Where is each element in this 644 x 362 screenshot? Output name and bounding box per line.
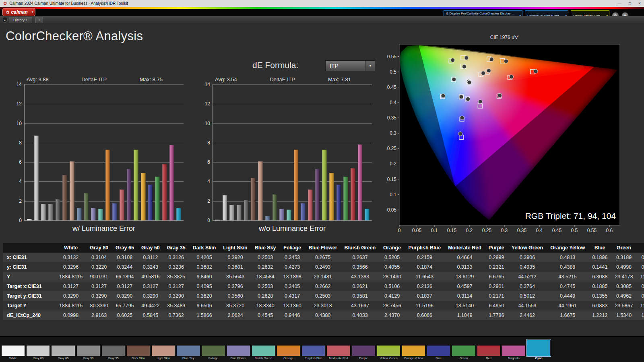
table-cell: 0.3405 (280, 282, 305, 291)
chart-plot-area: 02468101214 (24, 84, 184, 221)
cie-y-tick-label: 0.35 (387, 115, 397, 121)
patch-swatch-Orange[interactable]: Orange (277, 345, 300, 360)
cie-x-tick-label: 0.5 (571, 228, 578, 233)
patch-swatch-Orange Yellow[interactable]: Orange Yellow (402, 345, 425, 360)
table-cell: 0.3189 (637, 291, 644, 301)
de-formula-dropdown[interactable]: ITP ▼ (325, 60, 375, 71)
column-header-Yellow Green: Yellow Green (508, 243, 547, 253)
table-cell: 90.0731 (86, 272, 112, 282)
table-cell: 23.1481 (305, 272, 341, 282)
bar-Bluish Green (98, 209, 103, 220)
y-tick-label: 4 (19, 179, 22, 184)
y-tick-label: 10 (17, 121, 22, 126)
patch-swatch-Green[interactable]: Green (452, 345, 475, 360)
column-header-Gray 65: Gray 65 (112, 243, 138, 253)
patch-swatch-Bluish Green[interactable]: Bluish Green (252, 345, 275, 360)
cie-y-tick-label: 0.25 (387, 146, 397, 151)
cie-point-Dark Skin (487, 69, 491, 73)
patch-swatch-Cyan[interactable]: Cyan (527, 339, 551, 360)
row-label: dE_ICtCp_240 (3, 311, 56, 320)
table-cell: 2.4370 (379, 311, 405, 320)
close-button[interactable]: × (638, 1, 641, 6)
bar-Dark Skin (62, 175, 67, 220)
patch-color (452, 345, 475, 356)
table-cell: 0.4545 (251, 311, 280, 320)
nav-arrow-button[interactable]: ▶ (2, 17, 8, 23)
patch-swatch-Blue[interactable]: Blue (427, 345, 450, 360)
patch-swatch-Blue Flower[interactable]: Blue Flower (227, 345, 250, 360)
bar-Orange Yellow (141, 173, 146, 220)
table-row-Target Y: Target Y1884.811580.339065.779549.442235… (3, 301, 644, 311)
cie-x-tick-label: 0.4 (536, 228, 543, 233)
tab-history-1[interactable]: History 1 (9, 17, 32, 23)
play-icon: ▶ (4, 19, 6, 21)
patch-swatch-Purplish Blue[interactable]: Purplish Blue (301, 345, 325, 360)
bar-Red (162, 164, 167, 220)
patch-color (151, 345, 175, 356)
bar-White (215, 220, 220, 220)
table-cell: 0.3453 (280, 253, 305, 262)
window-controls: — □ × (617, 1, 641, 6)
bar-Green (343, 177, 348, 220)
table-cell: 1.5866 (189, 311, 220, 320)
table-cell: 0.3243 (138, 262, 163, 272)
table-cell: 0.4095 (189, 282, 220, 291)
patch-swatch-Light Skin[interactable]: Light Skin (151, 345, 175, 360)
patch-color (301, 345, 325, 356)
chart-avg-label: Avg: 3.54 (215, 76, 237, 82)
patch-swatch-Moderate Red[interactable]: Moderate Red (326, 345, 350, 360)
patch-label: Magenta (502, 356, 526, 360)
calman-logo-menu[interactable]: ✿ calman ▾ (2, 8, 35, 16)
patch-swatch-Purple[interactable]: Purple (352, 345, 376, 360)
bars (25, 84, 184, 220)
table-cell: 0.3132 (56, 253, 86, 262)
patch-swatch-Blue Sky[interactable]: Blue Sky (176, 345, 200, 360)
table-cell: 35.3720 (219, 301, 251, 311)
table-cell: 0.3112 (138, 253, 163, 262)
table-row-y: CIE31: y: CIE310.32960.32200.32440.32430.32360.… (3, 262, 644, 272)
table-cell: 35.5643 (219, 272, 251, 282)
chart-avg-label: Avg: 3.88 (27, 76, 49, 82)
de-formula-value: ITP (330, 63, 339, 69)
table-cell: 0.3764 (508, 282, 547, 291)
minimize-button[interactable]: — (617, 1, 621, 6)
patch-swatch-Foliage[interactable]: Foliage (202, 345, 225, 360)
patch-label: Light Skin (151, 356, 175, 360)
bar-Gray 65 (41, 204, 46, 220)
chart-plot-area: 02468101214 (213, 84, 372, 221)
patch-color (352, 345, 376, 356)
patch-swatch-White[interactable]: White (1, 345, 25, 360)
table-cell: 0.4664 (444, 253, 485, 262)
table-cell: 49.4422 (138, 301, 163, 311)
table-corner (3, 243, 56, 253)
column-header-Light Skin: Light Skin (219, 243, 251, 253)
patch-label: Foliage (202, 356, 225, 360)
table-cell: 0.1874 (405, 262, 445, 272)
patch-swatch-Dark Skin[interactable]: Dark Skin (126, 345, 150, 360)
add-tab-button[interactable]: + (35, 17, 43, 23)
patch-swatch-Yellow Green[interactable]: Yellow Green (377, 345, 400, 360)
patch-swatch-Gray 80[interactable]: Gray 80 (26, 345, 50, 360)
maximize-button[interactable]: □ (629, 1, 631, 6)
patch-swatch-Magenta[interactable]: Magenta (502, 345, 526, 360)
patch-label: Red (477, 356, 501, 360)
table-cell: 0.4935 (508, 262, 547, 272)
patch-color (277, 345, 300, 356)
table-cell: 0.2493 (305, 262, 341, 272)
table-cell: 0.2901 (485, 282, 508, 291)
table-cell: 66.1894 (112, 272, 138, 282)
table-cell: 0.4129 (379, 291, 405, 301)
patch-swatch-Gray 35[interactable]: Gray 35 (101, 345, 125, 360)
patch-swatch-Red[interactable]: Red (477, 345, 501, 360)
patch-swatch-Gray 50[interactable]: Gray 50 (76, 345, 100, 360)
patch-label: Moderate Red (326, 356, 350, 360)
table-cell: 0.1355 (588, 291, 611, 301)
cie-y-tick-label: 0.45 (387, 84, 397, 90)
table-cell: 0.3560 (219, 291, 251, 301)
table-row-x: CIE31: x: CIE310.31320.31040.31080.31120.31260.… (3, 253, 644, 262)
bar-Gray 50 (48, 204, 53, 220)
patch-swatch-Gray 65[interactable]: Gray 65 (51, 345, 75, 360)
cie-x-tick-label: 0.15 (447, 228, 457, 233)
table-cell: 18.8340 (251, 301, 280, 311)
cie-y-tick-label: 0.55 (387, 54, 397, 60)
